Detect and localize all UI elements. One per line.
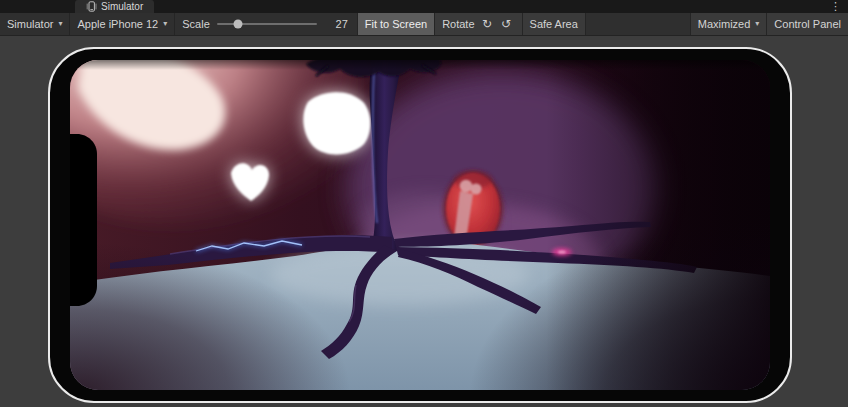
rotate-label: Rotate [442, 18, 474, 30]
scale-label: Scale [175, 13, 212, 35]
top-shadow [70, 60, 770, 70]
chevron-down-icon: ▾ [58, 20, 62, 28]
device-dropdown[interactable]: Apple iPhone 12 ▾ [70, 13, 174, 35]
rotate-controls: Rotate ↻ ↺ [435, 13, 521, 35]
device-notch [70, 134, 97, 306]
window-mode-dropdown[interactable]: Maximized ▾ [691, 13, 767, 35]
simulator-menu-dropdown[interactable]: Simulator ▾ [0, 13, 69, 35]
device-frame [48, 47, 792, 403]
scale-slider[interactable] [217, 13, 317, 35]
chevron-down-icon: ▾ [755, 20, 759, 28]
kebab-menu-icon[interactable]: ⋮ [827, 0, 844, 13]
scale-slider-track[interactable] [217, 23, 317, 25]
simulator-toolbar: Simulator ▾ Apple iPhone 12 ▾ Scale 27 F… [0, 13, 848, 36]
control-panel-button[interactable]: Control Panel [767, 13, 848, 35]
chevron-down-icon: ▾ [163, 20, 167, 28]
fit-to-screen-button[interactable]: Fit to Screen [358, 13, 434, 35]
scale-value: 27 [322, 13, 357, 35]
device-simulator-icon [86, 1, 97, 12]
simulator-viewport [0, 36, 848, 407]
rotate-counterclockwise-icon[interactable]: ↺ [500, 18, 513, 31]
device-screen[interactable] [70, 60, 770, 390]
window-mode-label: Maximized [698, 18, 751, 30]
device-dropdown-label: Apple iPhone 12 [77, 18, 158, 30]
tab-label: Simulator [101, 1, 143, 12]
scale-slider-thumb[interactable] [233, 20, 242, 29]
rotate-clockwise-icon[interactable]: ↻ [481, 18, 494, 31]
toolbar-spacer [586, 13, 690, 35]
tab-simulator[interactable]: Simulator [75, 0, 154, 13]
tab-bar: Simulator ⋮ [0, 0, 848, 13]
safe-area-button[interactable]: Safe Area [523, 13, 585, 35]
simulator-menu-label: Simulator [7, 18, 53, 30]
game-scene [70, 60, 770, 390]
